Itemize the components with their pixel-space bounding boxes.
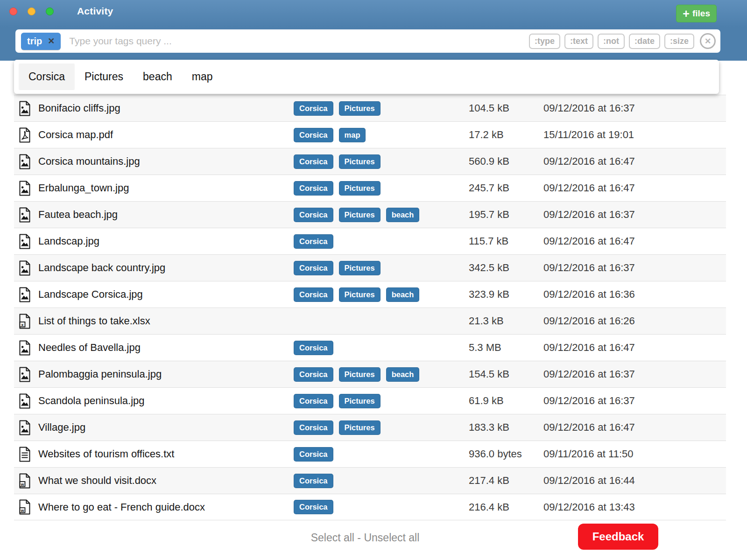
tag-chip[interactable]: Corsica	[294, 287, 333, 302]
tag-chip[interactable]: Corsica	[294, 474, 333, 488]
file-row[interactable]: Landscape back country.jpgCorsicaPicture…	[14, 254, 726, 281]
file-row[interactable]: Scandola peninsula.jpgCorsicaPictures61.…	[14, 387, 726, 414]
file-name: Corsica map.pdf	[38, 129, 294, 141]
tag-chip[interactable]: map	[339, 128, 366, 142]
suggestion-corsica[interactable]: Corsica	[19, 63, 75, 90]
filter-type-button[interactable]: :type	[529, 34, 560, 49]
file-size: 323.9 kB	[469, 288, 543, 301]
suggestion-map[interactable]: map	[182, 63, 223, 90]
file-date: 09/12/2016 at 16:37	[543, 368, 726, 380]
tags-query-bar: trip ✕ :type :text :not :date :size ✕	[15, 29, 720, 53]
clear-query-button[interactable]: ✕	[700, 33, 716, 49]
filter-not-button[interactable]: :not	[598, 34, 625, 49]
select-all-link[interactable]: Select all	[311, 532, 354, 544]
file-row[interactable]: Needles of Bavella.jpgCorsica5.3 MB09/12…	[14, 334, 726, 361]
filter-size-button[interactable]: :size	[664, 34, 694, 49]
tag-chip[interactable]: beach	[386, 287, 420, 302]
file-image-icon	[19, 420, 31, 435]
file-name: Erbalunga_town.jpg	[38, 182, 294, 194]
file-row[interactable]: Landscape Corsica.jpgCorsicaPicturesbeac…	[14, 281, 726, 308]
tag-chip[interactable]: Corsica	[294, 261, 333, 275]
file-row[interactable]: wWhere to go eat - French guide.docxCors…	[14, 494, 726, 520]
file-row[interactable]: Websites of tourism offices.txtCorsica93…	[14, 441, 726, 467]
file-image-icon	[19, 367, 31, 382]
file-tags: CorsicaPicturesbeach	[294, 287, 469, 302]
tag-chip[interactable]: Pictures	[339, 181, 381, 196]
tag-chip[interactable]: Corsica	[294, 101, 333, 116]
search-tag-chip[interactable]: trip ✕	[21, 33, 61, 50]
tag-chip[interactable]: Corsica	[294, 500, 333, 514]
file-date: 09/12/2016 at 16:36	[543, 288, 726, 301]
tag-chip[interactable]: Corsica	[294, 234, 333, 249]
file-row[interactable]: xList of things to take.xlsx21.3 kB09/12…	[14, 308, 726, 334]
file-list: Bonifacio cliffs.jpgCorsicaPictures104.5…	[0, 61, 747, 560]
tag-chip[interactable]: Corsica	[294, 394, 333, 408]
file-date: 09/12/2016 at 16:47	[543, 155, 726, 168]
add-files-label: files	[692, 8, 710, 19]
tags-query-input[interactable]	[69, 35, 525, 47]
file-row[interactable]: Landscap.jpgCorsica115.7 kB09/12/2016 at…	[14, 228, 726, 254]
file-size: 217.4 kB	[469, 475, 543, 487]
file-date: 09/12/2016 at 16:47	[543, 342, 726, 354]
tag-chip[interactable]: Pictures	[339, 154, 381, 169]
file-row[interactable]: Palombaggia peninsula.jpgCorsicaPictures…	[14, 361, 726, 387]
unselect-all-link[interactable]: Unselect all	[364, 532, 419, 544]
tag-chip[interactable]: Pictures	[339, 101, 381, 116]
file-date: 09/12/2016 at 16:37	[543, 395, 726, 407]
tag-chip[interactable]: Corsica	[294, 154, 333, 169]
file-tags: CorsicaPicturesbeach	[294, 367, 469, 382]
close-button[interactable]	[9, 7, 17, 15]
tag-chip[interactable]: Pictures	[339, 394, 381, 408]
circle-x-icon: ✕	[705, 36, 711, 46]
tag-chip[interactable]: Corsica	[294, 447, 333, 462]
file-tags: Corsica	[294, 341, 469, 355]
file-image-icon	[19, 260, 31, 276]
file-tags: CorsicaPictures	[294, 261, 469, 275]
tag-chip[interactable]: Corsica	[294, 128, 333, 142]
tag-chip[interactable]: Corsica	[294, 341, 333, 355]
file-date: 09/12/2016 at 16:37	[543, 102, 726, 114]
minimize-button[interactable]	[28, 7, 35, 15]
svg-text:w: w	[20, 508, 24, 513]
search-tag-label: trip	[27, 36, 42, 47]
tag-chip[interactable]: Pictures	[339, 208, 381, 222]
file-name: Bonifacio cliffs.jpg	[38, 102, 294, 114]
file-row[interactable]: Fautea beach.jpgCorsicaPicturesbeach195.…	[14, 201, 726, 228]
zoom-button[interactable]	[46, 7, 54, 15]
file-row[interactable]: Bonifacio cliffs.jpgCorsicaPictures104.5…	[14, 95, 726, 121]
tag-chip[interactable]: Pictures	[339, 420, 381, 435]
file-word-icon: w	[19, 473, 31, 489]
tag-chip[interactable]: Pictures	[339, 367, 381, 382]
file-row[interactable]: Village.jpgCorsicaPictures183.3 kB09/12/…	[14, 414, 726, 441]
suggestion-pictures[interactable]: Pictures	[75, 63, 133, 90]
file-row[interactable]: Corsica mountains.jpgCorsicaPictures560.…	[14, 148, 726, 175]
filter-date-button[interactable]: :date	[629, 34, 660, 49]
tag-chip[interactable]: beach	[386, 208, 420, 222]
tag-chip[interactable]: Corsica	[294, 208, 333, 222]
file-date: 09/11/2016 at 11:50	[543, 448, 726, 460]
file-tags: CorsicaPictures	[294, 101, 469, 116]
file-row[interactable]: Corsica map.pdfCorsicamap17.2 kB15/11/20…	[14, 121, 726, 148]
file-name: Websites of tourism offices.txt	[38, 448, 294, 460]
file-row[interactable]: Erbalunga_town.jpgCorsicaPictures245.7 k…	[14, 175, 726, 201]
tag-chip[interactable]: Corsica	[294, 181, 333, 196]
file-name: Landscape back country.jpg	[38, 262, 294, 274]
file-size: 104.5 kB	[469, 102, 543, 114]
file-name: Where to go eat - French guide.docx	[38, 501, 294, 513]
file-tags: Corsica	[294, 500, 469, 514]
filter-text-button[interactable]: :text	[564, 34, 593, 49]
file-date: 15/11/2016 at 19:01	[543, 129, 726, 141]
file-row[interactable]: wWhat we should visit.docxCorsica217.4 k…	[14, 467, 726, 494]
file-image-icon	[19, 154, 31, 169]
feedback-button[interactable]: Feedback	[578, 524, 658, 550]
suggestion-beach[interactable]: beach	[133, 63, 182, 90]
tag-chip[interactable]: beach	[386, 367, 420, 382]
tag-chip[interactable]: Pictures	[339, 261, 381, 275]
tag-chip[interactable]: Pictures	[339, 287, 381, 302]
remove-tag-icon[interactable]: ✕	[48, 36, 55, 46]
file-tags: Corsicamap	[294, 128, 469, 142]
tag-chip[interactable]: Corsica	[294, 367, 333, 382]
file-date: 09/12/2016 at 13:43	[543, 501, 726, 513]
tag-chip[interactable]: Corsica	[294, 420, 333, 435]
add-files-button[interactable]: + files	[676, 5, 717, 22]
